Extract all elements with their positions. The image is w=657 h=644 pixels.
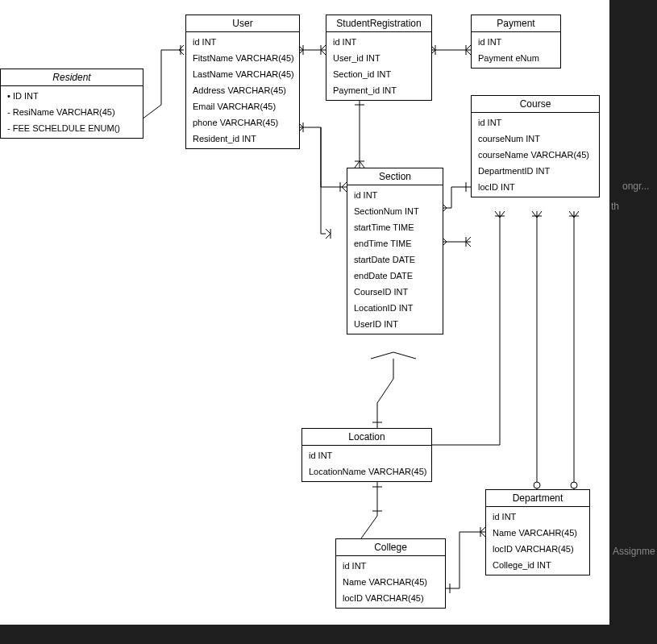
bg-text-fragment: th xyxy=(611,201,619,212)
entity-attr: Name VARCAHR(45) xyxy=(486,525,589,541)
entity-college: College id INT Name VARCHAR(45) locID VA… xyxy=(335,538,446,609)
entity-attr: id INT xyxy=(472,114,599,131)
entity-student-registration: StudentRegistration id INT User_id INT S… xyxy=(326,15,432,101)
entity-attr: id INT xyxy=(326,34,431,50)
entity-attr: Email VARCHAR(45) xyxy=(186,98,299,114)
entity-attr: - FEE SCHELDULE ENUM() xyxy=(1,120,143,136)
entity-attr: Address VARCHAR(45) xyxy=(186,82,299,98)
entity-attr: SectionNum INT xyxy=(347,203,443,219)
entity-location: Location id INT LocationName VARCHAR(45) xyxy=(301,428,432,482)
entity-attr: startTime TIME xyxy=(347,219,443,235)
diagram-canvas: Resident • ID INT - ResiName VARCHAR(45)… xyxy=(0,0,609,625)
entity-attr: locID VARCHAR(45) xyxy=(336,590,445,606)
entity-attr: id INT xyxy=(336,558,445,574)
entity-title: Section xyxy=(347,168,443,185)
entity-payment: Payment id INT Payment eNum xyxy=(471,15,561,69)
entity-attr: Name VARCHAR(45) xyxy=(336,574,445,590)
entity-title: Location xyxy=(302,429,431,446)
entity-attr: LastName VARCHAR(45) xyxy=(186,66,299,82)
bg-text-fragment: ongr... xyxy=(622,181,649,192)
entity-attr: Resident_id INT xyxy=(186,131,299,147)
entity-title: College xyxy=(336,539,445,556)
entity-attr: endTime TIME xyxy=(347,235,443,251)
entity-attr: CourseID INT xyxy=(347,284,443,300)
entity-attr: phone VARCHAR(45) xyxy=(186,114,299,131)
entity-attr: Payment eNum xyxy=(472,50,560,66)
entity-attr: DepartmentID INT xyxy=(472,163,599,179)
entity-attr: courseNum INT xyxy=(472,131,599,147)
entity-attr: LocationID INT xyxy=(347,300,443,316)
entity-department: Department id INT Name VARCAHR(45) locID… xyxy=(485,489,590,575)
entity-attr: Section_id INT xyxy=(326,66,431,82)
entity-attr: id INT xyxy=(302,447,431,463)
entity-title: Department xyxy=(486,490,589,507)
entity-title: User xyxy=(186,15,299,32)
entity-attr: id INT xyxy=(472,34,560,50)
entity-title: Course xyxy=(472,96,599,113)
entity-attr: Payment_id INT xyxy=(326,82,431,98)
entity-attr: locID INT xyxy=(472,179,599,195)
svg-point-23 xyxy=(534,482,540,488)
entity-attr: courseName VARCHAR(45) xyxy=(472,147,599,163)
entity-attr: LocationName VARCHAR(45) xyxy=(302,463,431,480)
entity-attr: endDate DATE xyxy=(347,268,443,284)
entity-title: Resident xyxy=(1,69,143,86)
entity-attr: UserID INT xyxy=(347,316,443,332)
entity-attr: locID VARCHAR(45) xyxy=(486,541,589,557)
entity-attr: FitstName VARCHAR(45) xyxy=(186,50,299,66)
entity-attr: User_id INT xyxy=(326,50,431,66)
entity-user: User id INT FitstName VARCHAR(45) LastNa… xyxy=(185,15,300,149)
entity-attr: id INT xyxy=(347,187,443,203)
entity-attr: id INT xyxy=(186,34,299,50)
entity-attr: id INT xyxy=(486,509,589,525)
entity-course: Course id INT courseNum INT courseName V… xyxy=(471,95,600,197)
entity-attr: startDate DATE xyxy=(347,251,443,268)
entity-attr: College_id INT xyxy=(486,557,589,573)
entity-attr: - ResiName VARCHAR(45) xyxy=(1,104,143,120)
svg-point-25 xyxy=(571,482,577,488)
bg-text-fragment: Assignme xyxy=(613,546,655,557)
entity-title: StudentRegistration xyxy=(326,15,431,32)
entity-title: Payment xyxy=(472,15,560,32)
entity-attr: • ID INT xyxy=(1,88,143,104)
entity-section: Section id INT SectionNum INT startTime … xyxy=(347,168,443,334)
entity-resident: Resident • ID INT - ResiName VARCHAR(45)… xyxy=(0,69,143,139)
